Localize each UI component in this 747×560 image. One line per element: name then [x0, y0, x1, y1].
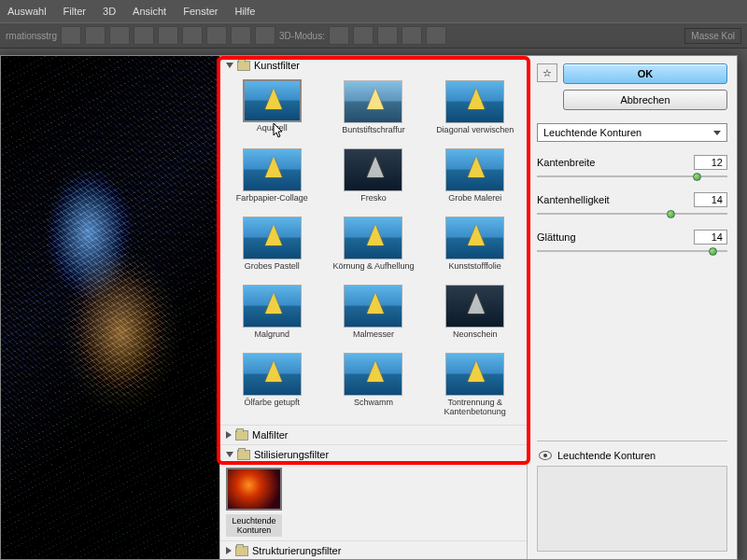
toolbar-icon[interactable] — [231, 26, 251, 45]
filter-farbpapier[interactable]: Farbpapier-Collage — [222, 148, 322, 213]
filter-label: Körnung & Aufhellung — [324, 262, 424, 281]
menu-fenster[interactable]: Fenster — [183, 6, 218, 17]
category-title: Stilisierungsfilter — [254, 449, 329, 460]
filter-thumbs-kunstfilter: Aquarell Buntstiftschraffur Diagonal ver… — [220, 75, 527, 425]
cancel-button[interactable]: Abbrechen — [563, 90, 727, 110]
param-label: Kantenhelligkeit — [537, 194, 610, 205]
filter-label: Ölfarbe getupft — [222, 399, 322, 417]
menu-hilfe[interactable]: Hilfe — [234, 6, 255, 17]
filter-label: Schwamm — [324, 399, 424, 417]
filter-grobe-malerei[interactable]: Grobe Malerei — [425, 148, 525, 213]
toolbar-icon[interactable] — [353, 26, 374, 45]
ok-button[interactable]: OK — [563, 63, 727, 84]
effect-layers-body — [537, 466, 727, 552]
filter-label: Grobes Pastell — [222, 262, 322, 281]
app-menubar: Auswahl Filter 3D Ansicht Fenster Hilfe — [0, 0, 747, 22]
menu-auswahl[interactable]: Auswahl — [7, 6, 47, 17]
category-header-strukturierungsfilter[interactable]: Strukturierungsfilter — [220, 541, 527, 560]
category-header-malfilter[interactable]: Malfilter — [220, 426, 527, 444]
category-strukturierungsfilter: Strukturierungsfilter — [220, 541, 527, 560]
filter-koernung[interactable]: Körnung & Aufhellung — [324, 217, 424, 281]
param-slider[interactable] — [537, 211, 727, 217]
category-stilisierungsfilter: Stilisierungsfilter Leuchtende Konturen — [220, 445, 527, 541]
menu-3d[interactable]: 3D — [103, 6, 116, 17]
param-kantenhelligkeit: Kantenhelligkeit 14 — [537, 192, 727, 217]
toolbar-icon[interactable] — [206, 26, 227, 45]
menu-ansicht[interactable]: Ansicht — [133, 6, 166, 17]
expand-button[interactable]: ☆ — [537, 63, 557, 82]
filter-label: Buntstiftschraffur — [324, 126, 424, 145]
filter-grobes-pastell[interactable]: Grobes Pastell — [222, 217, 322, 281]
eye-icon[interactable] — [539, 451, 552, 460]
filter-label: Fresko — [324, 194, 424, 213]
chevron-right-icon — [226, 547, 232, 554]
filter-label: Malmesser — [324, 330, 424, 349]
filter-thumb — [226, 468, 282, 511]
param-label: Glättung — [537, 231, 576, 243]
category-title: Strukturierungsfilter — [252, 545, 341, 556]
filter-aquarell[interactable]: Aquarell — [222, 80, 322, 145]
filter-list-pane: Kunstfilter Aquarell Buntstiftschraffur … — [219, 56, 528, 559]
effect-layers: Leuchtende Konturen — [537, 441, 727, 552]
filter-dropdown[interactable]: Leuchtende Konturen — [537, 123, 727, 142]
filter-neonschein[interactable]: Neonschein — [425, 285, 525, 349]
filter-label: Leuchtende Konturen — [226, 514, 282, 537]
toolbar-icon[interactable] — [85, 26, 106, 45]
options-toolbar: rmationsstrg 3D-Modus: Masse Kol — [0, 22, 747, 49]
toolbar-icon[interactable] — [182, 26, 203, 45]
category-title: Kunstfilter — [254, 60, 300, 71]
param-slider[interactable] — [537, 248, 727, 254]
toolbar-icon[interactable] — [134, 26, 154, 45]
toolbar-icon[interactable] — [61, 26, 81, 45]
param-slider[interactable] — [537, 174, 727, 179]
toolbar-icon[interactable] — [109, 26, 130, 45]
filter-label: Neonschein — [425, 330, 525, 349]
toolbar-icon[interactable] — [377, 26, 398, 45]
filter-fresko[interactable]: Fresko — [324, 148, 424, 213]
folder-icon — [237, 450, 250, 460]
filter-label: Farbpapier-Collage — [222, 194, 322, 213]
chevron-down-icon — [226, 63, 233, 68]
filter-label: Malgrund — [222, 330, 322, 349]
filter-leuchtende-konturen[interactable]: Leuchtende Konturen — [220, 468, 527, 537]
preview-pane[interactable] — [1, 56, 219, 559]
chevron-down-icon — [713, 131, 721, 135]
filter-diagonal[interactable]: Diagonal verwischen — [425, 80, 525, 145]
category-malfilter: Malfilter — [220, 426, 527, 445]
filter-schwamm[interactable]: Schwamm — [324, 353, 424, 417]
dropdown-value: Leuchtende Konturen — [543, 127, 641, 138]
param-value-input[interactable]: 14 — [694, 192, 727, 207]
folder-icon — [235, 430, 248, 441]
settings-pane: ☆ OK Abbrechen Leuchtende Konturen Kante… — [528, 56, 737, 559]
toolbar-icon[interactable] — [255, 26, 275, 45]
effect-layer-row[interactable]: Leuchtende Konturen — [537, 447, 727, 464]
filter-label: Grobe Malerei — [425, 194, 525, 213]
toolbar-icon[interactable] — [329, 26, 349, 45]
menu-filter[interactable]: Filter — [63, 6, 86, 17]
filter-kunststoff[interactable]: Kunststofffolie — [425, 217, 525, 281]
filter-malmesser[interactable]: Malmesser — [324, 285, 424, 349]
toolbar-icon[interactable] — [402, 26, 422, 45]
chevron-right-icon — [226, 431, 232, 439]
filter-gallery-dialog: Kunstfilter Aquarell Buntstiftschraffur … — [0, 55, 738, 560]
filter-malgrund[interactable]: Malgrund — [222, 285, 322, 349]
param-glaettung: Glättung 14 — [537, 230, 727, 254]
toolbar-3d-label: 3D-Modus: — [279, 31, 325, 41]
toolbar-icon[interactable] — [158, 26, 178, 45]
filter-oelfarbe[interactable]: Ölfarbe getupft — [222, 353, 322, 417]
param-value-input[interactable]: 12 — [694, 155, 727, 170]
filter-tontrennung[interactable]: Tontrennung & Kantenbetonung — [425, 353, 525, 417]
effect-layer-name: Leuchtende Konturen — [557, 450, 655, 461]
param-kantenbreite: Kantenbreite 12 — [537, 155, 727, 179]
folder-icon — [237, 61, 250, 71]
filter-label: Aquarell — [222, 124, 322, 143]
toolbar-right-panel[interactable]: Masse Kol — [684, 28, 741, 44]
chevron-down-icon — [226, 452, 233, 457]
toolbar-icon[interactable] — [426, 26, 446, 45]
preview-image — [1, 56, 219, 559]
filter-label: Tontrennung & Kantenbetonung — [425, 399, 525, 417]
param-value-input[interactable]: 14 — [694, 230, 727, 245]
category-header-kunstfilter[interactable]: Kunstfilter — [220, 56, 527, 75]
filter-buntstift[interactable]: Buntstiftschraffur — [324, 80, 424, 145]
category-header-stilisierungsfilter[interactable]: Stilisierungsfilter — [220, 445, 527, 464]
